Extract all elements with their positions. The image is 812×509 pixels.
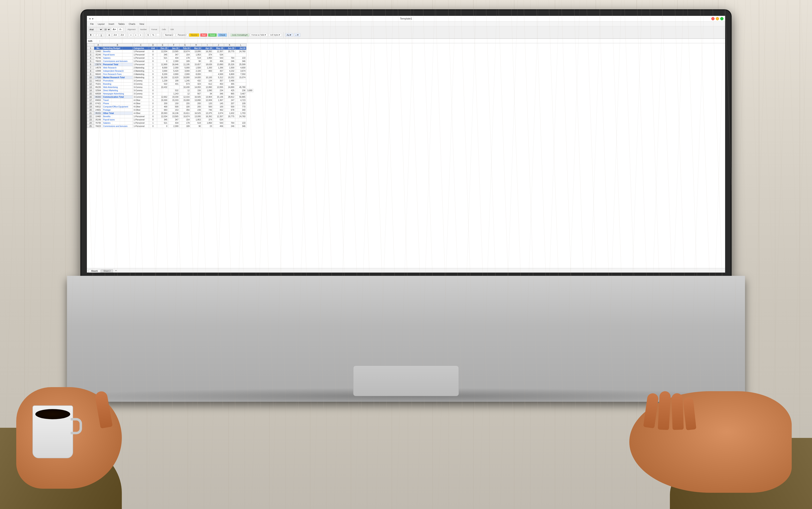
- row-14-num: 14: [87, 89, 94, 92]
- col-l-header: L: [235, 43, 247, 47]
- col-g-header: G: [179, 43, 191, 47]
- row-18-num: 18: [87, 102, 94, 105]
- row-2-num: 2: [87, 50, 94, 53]
- col-k-header: K: [224, 43, 235, 47]
- row-10-num: 10: [87, 76, 94, 79]
- row-num-header: [87, 43, 94, 47]
- row-6-num: 6: [87, 63, 94, 66]
- col-f-header: F: [168, 43, 179, 47]
- wood-grain-overlay: [0, 0, 812, 509]
- col-i-header: I: [202, 43, 213, 47]
- row-17-num: 17: [87, 99, 94, 102]
- col-b-header: B: [102, 43, 133, 47]
- row-7-num: 7: [87, 66, 94, 69]
- row-11-num: 11: [87, 79, 94, 82]
- col-c-header: C: [133, 43, 149, 47]
- column-headers: A B C D E F G H I J K L: [87, 43, 253, 47]
- row-3-num: 3: [87, 53, 94, 57]
- row-19-num: 19: [87, 105, 94, 108]
- row-8-num: 8: [87, 69, 94, 73]
- col-j-header: J: [213, 43, 224, 47]
- row-9-num: 9: [87, 73, 94, 76]
- row-23-num: 23: [87, 118, 94, 122]
- row-25-num: 25: [87, 125, 94, 128]
- row-20-num: 20: [87, 108, 94, 112]
- row-5-num: 5: [87, 60, 94, 63]
- col-e-header: E: [157, 43, 168, 47]
- row-4-num: 4: [87, 57, 94, 60]
- col-h-header: H: [191, 43, 202, 47]
- row-12-num: 12: [87, 82, 94, 86]
- row-16-num: 16: [87, 96, 94, 99]
- trackpad[interactable]: [353, 366, 459, 396]
- row-21-num: 21: [87, 112, 94, 115]
- row-1-num: 1: [87, 47, 94, 50]
- col-a-header: A: [94, 43, 102, 47]
- row-15-num: 15: [87, 92, 94, 96]
- row-22-num: 22: [87, 115, 94, 118]
- row-13-num: 13: [87, 86, 94, 89]
- row-24-num: 24: [87, 122, 94, 125]
- col-d-header: D: [149, 43, 157, 47]
